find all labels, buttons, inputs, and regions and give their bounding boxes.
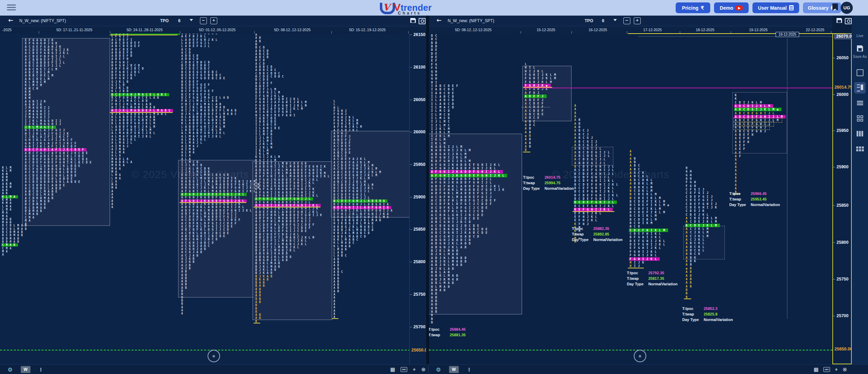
user-avatar[interactable]: UG (841, 2, 853, 14)
top-header-bar: V Vtrender Charts Pricing₹ Demo▶ User Ma… (0, 0, 868, 16)
recenter-button[interactable]: ⌖ (634, 350, 646, 362)
app-stage: V Vtrender Charts Pricing₹ Demo▶ User Ma… (0, 0, 868, 374)
pricing-button[interactable]: Pricing₹ (676, 2, 710, 13)
layout-columns-button[interactable] (854, 128, 866, 139)
focus-icon[interactable]: ⌖ (835, 366, 838, 373)
tpo-plus-button[interactable]: + (634, 17, 641, 24)
abc-labels-icon[interactable]: ABC (823, 367, 830, 372)
user-manual-button[interactable]: User Manual (752, 2, 799, 13)
demo-button[interactable]: Demo▶ (714, 2, 749, 13)
document-icon (789, 5, 794, 10)
left-price-axis[interactable] (409, 34, 427, 364)
save-icon[interactable] (837, 18, 842, 23)
tpo-plus-button[interactable]: + (210, 17, 217, 24)
layout-single-button[interactable] (854, 67, 866, 78)
left-panel-toolbar: ← N_W_new: (NIFTY_SPT) TPO 6 − + (0, 16, 426, 26)
layout-rows-button[interactable] (854, 97, 866, 109)
save-as-button[interactable] (854, 43, 866, 54)
right-panel-toolbar: ← N_W_new: (NIFTY_SPT) TPO 6 − + (429, 16, 832, 26)
layout-grid-3x2-button[interactable] (854, 143, 866, 154)
grid-3x2-icon (856, 146, 864, 151)
focus-icon[interactable]: ⌖ (413, 366, 415, 373)
tpo-label: TPO (585, 18, 593, 23)
menu-icon[interactable] (7, 5, 16, 11)
back-arrow-icon[interactable]: ← (8, 17, 13, 24)
right-price-axis[interactable] (832, 33, 852, 364)
grid-2x2-icon (857, 115, 863, 122)
save-icon (857, 45, 863, 52)
left-column-headers (0, 26, 426, 34)
live-label: Live (852, 34, 868, 38)
logo-mark-icon: V (380, 2, 392, 14)
kebab-menu-icon[interactable]: ⋮ (467, 367, 472, 372)
close-icon[interactable]: ⊗ (843, 366, 847, 373)
timeframe-w-button[interactable]: W (21, 366, 30, 373)
settings-gear-icon[interactable]: ⚙ (436, 366, 441, 373)
logo-sub: Charts (398, 11, 421, 16)
timeframe-w-button[interactable]: W (449, 366, 458, 373)
right-column-headers (429, 26, 832, 34)
bottom-toolbar: ⚙ W ⋮ ▦ ABC ⌖ ⊗ ⚙ W ⋮ ▦ ABC ⌖ ⊗ (0, 364, 868, 374)
single-pane-icon (857, 69, 864, 76)
layout-two-pane-button[interactable] (854, 82, 866, 93)
recenter-button[interactable]: ⌖ (208, 350, 220, 362)
tpo-label: TPO (160, 18, 169, 23)
rows-icon (857, 100, 863, 106)
settings-gear-icon[interactable]: ⚙ (8, 366, 12, 373)
columns-3-icon (857, 131, 863, 136)
two-pane-icon (857, 84, 863, 91)
save-icon[interactable] (410, 18, 416, 23)
tpo-value[interactable]: 6 (178, 18, 181, 23)
grid-toggle-icon[interactable]: ▦ (390, 366, 395, 373)
tpo-minus-button[interactable]: − (623, 17, 630, 24)
abc-labels-icon[interactable]: ABC (401, 367, 407, 372)
grid-toggle-icon[interactable]: ▦ (814, 366, 819, 373)
snapshot-icon[interactable] (419, 18, 426, 24)
chevron-down-icon[interactable] (613, 19, 617, 21)
play-icon: ▶ (735, 6, 743, 10)
panel-divider[interactable] (426, 16, 429, 364)
chevron-down-icon[interactable] (190, 19, 193, 21)
layout-grid-2x2-button[interactable] (854, 113, 866, 124)
right-chart-area[interactable] (429, 34, 832, 364)
left-chart-title: N_W_new: (NIFTY_SPT) (19, 18, 66, 23)
rupee-icon: ₹ (701, 5, 704, 11)
snapshot-icon[interactable] (845, 18, 852, 24)
close-icon[interactable]: ⊗ (421, 366, 426, 373)
right-sidebar: Live Save As (852, 16, 868, 374)
kebab-menu-icon[interactable]: ⋮ (39, 367, 43, 372)
tpo-minus-button[interactable]: − (200, 17, 207, 24)
save-as-label: Save As (852, 54, 868, 59)
back-arrow-icon[interactable]: ← (437, 17, 441, 24)
tpo-value[interactable]: 6 (602, 18, 604, 23)
left-chart-area[interactable] (0, 34, 426, 364)
right-chart-title: N_W_new: (NIFTY_SPT) (448, 18, 494, 23)
